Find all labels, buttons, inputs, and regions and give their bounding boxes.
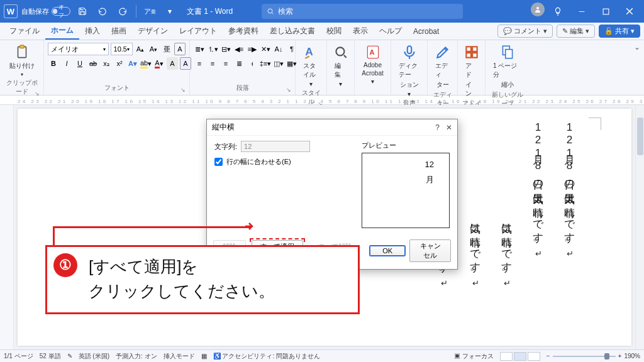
- autosave-pill[interactable]: オフ: [52, 7, 70, 16]
- comments-button[interactable]: 💬 コメント ▾: [497, 25, 553, 38]
- font-color-icon[interactable]: A▾: [153, 57, 165, 70]
- asian-layout-icon[interactable]: ✕▾: [260, 43, 271, 55]
- editing-button[interactable]: 編集▾: [331, 43, 350, 89]
- text-effects-icon[interactable]: A▾: [127, 57, 138, 70]
- zoom-control[interactable]: − + 190%: [547, 353, 640, 359]
- dialog-close-icon[interactable]: ✕: [446, 123, 452, 132]
- tab-acrobat[interactable]: Acrobat: [408, 23, 445, 40]
- status-page[interactable]: 1/1 ページ: [4, 352, 33, 361]
- indent-inc-icon[interactable]: ≡▶: [247, 43, 258, 55]
- shading-icon[interactable]: ◫▾: [273, 57, 284, 70]
- status-language[interactable]: 英語 (米国): [79, 352, 109, 361]
- scrollbar-thumb[interactable]: [637, 118, 643, 155]
- bullets-icon[interactable]: ≣▾: [194, 43, 205, 55]
- doc-line-2[interactable]: 12月18日の天気は晴れです。↵: [526, 121, 550, 259]
- bold-button[interactable]: B: [48, 57, 59, 70]
- status-wordcount[interactable]: 52 単語: [40, 352, 61, 361]
- paste-button[interactable]: 貼り付け▾: [4, 43, 40, 79]
- editor-button[interactable]: エディター: [431, 43, 453, 90]
- doc-line-3[interactable]: 気は晴れです。↵: [495, 216, 518, 288]
- grow-font-icon[interactable]: A▴: [135, 43, 146, 55]
- redo-icon[interactable]: [114, 3, 131, 19]
- ok-button[interactable]: OK: [369, 245, 406, 256]
- doc-line-1[interactable]: 12月18日の天気は晴れです。↵: [558, 121, 581, 259]
- indent-dec-icon[interactable]: ◀≡: [233, 43, 245, 55]
- status-macro-icon[interactable]: ▦: [201, 353, 207, 359]
- vertical-ruler[interactable]: [0, 105, 14, 349]
- shrink-one-page-button[interactable]: 1 ページ分縮小: [489, 43, 526, 90]
- tab-file[interactable]: ファイル: [4, 23, 45, 40]
- status-predict[interactable]: 予測入力: オン: [116, 352, 157, 361]
- dialog-titlebar[interactable]: 縦中横 ? ✕: [207, 119, 457, 136]
- web-layout-view-icon[interactable]: [528, 352, 540, 361]
- status-spellcheck-icon[interactable]: ✎: [67, 353, 72, 359]
- editing-mode-button[interactable]: ✎ 編集 ▾: [557, 25, 595, 38]
- tab-review[interactable]: 校閲: [321, 23, 347, 40]
- styles-button[interactable]: Aスタイル▾: [299, 43, 323, 89]
- highlight-color-icon[interactable]: ab▾: [140, 57, 152, 70]
- italic-button[interactable]: I: [61, 57, 72, 70]
- paragraph-launcher-icon[interactable]: ↘: [286, 87, 291, 93]
- font-size-combo[interactable]: 10.5▾: [111, 43, 133, 55]
- account-avatar[interactable]: [531, 3, 545, 16]
- qat-text-icon[interactable]: ア亜: [142, 3, 158, 19]
- clipboard-launcher-icon[interactable]: ↘: [35, 90, 40, 97]
- save-icon[interactable]: [74, 3, 91, 19]
- font-name-combo[interactable]: メイリオ▾: [48, 43, 109, 55]
- maximize-button[interactable]: [595, 3, 616, 20]
- char-shading-icon[interactable]: A: [167, 57, 178, 70]
- multilevel-icon[interactable]: ⊟▾: [220, 43, 231, 55]
- minimize-button[interactable]: ─: [571, 3, 592, 20]
- strike-button[interactable]: ab: [87, 57, 99, 70]
- align-center-icon[interactable]: ≡: [207, 57, 218, 70]
- print-layout-view-icon[interactable]: [514, 352, 526, 361]
- addin-button[interactable]: アドイン: [462, 43, 481, 99]
- cancel-button[interactable]: キャンセル: [409, 239, 451, 262]
- status-accessibility[interactable]: ♿ アクセシビリティ: 問題ありません: [213, 352, 320, 361]
- line-spacing-icon[interactable]: ‡≡▾: [260, 57, 271, 70]
- zoom-in-icon[interactable]: +: [618, 353, 622, 359]
- subscript-button[interactable]: x₂: [101, 57, 112, 70]
- vertical-scrollbar[interactable]: [635, 105, 644, 349]
- tab-view[interactable]: 表示: [347, 23, 374, 40]
- fit-line-checkbox[interactable]: [214, 158, 223, 166]
- align-right-icon[interactable]: ≡: [220, 57, 231, 70]
- zoom-percent[interactable]: 190%: [624, 353, 640, 359]
- read-mode-view-icon[interactable]: [500, 352, 513, 361]
- tab-design[interactable]: デザイン: [132, 23, 174, 40]
- underline-button[interactable]: U: [74, 57, 86, 70]
- focus-mode-button[interactable]: ▣ フォーカス: [454, 352, 494, 361]
- zoom-slider[interactable]: [553, 356, 616, 357]
- close-button[interactable]: [619, 3, 640, 20]
- dialog-help-icon[interactable]: ?: [435, 123, 440, 132]
- help-lightbulb-icon[interactable]: [547, 3, 569, 20]
- tab-insert[interactable]: 挿入: [79, 23, 106, 40]
- tab-help[interactable]: ヘルプ: [374, 23, 408, 40]
- autosave-toggle[interactable]: 自動保存 オフ: [21, 7, 70, 16]
- search-box[interactable]: 検索: [262, 4, 463, 19]
- char-border-icon[interactable]: A: [174, 43, 186, 55]
- doc-line-4[interactable]: 気は晴れです。↵: [464, 216, 487, 288]
- align-left-icon[interactable]: ≡: [194, 57, 205, 70]
- tab-references[interactable]: 参考資料: [223, 23, 264, 40]
- undo-icon[interactable]: [94, 3, 111, 19]
- acrobat-button[interactable]: AAdobeAcrobat▾: [358, 43, 387, 86]
- status-insert-mode[interactable]: 挿入モード: [164, 352, 195, 361]
- distribute-icon[interactable]: ⫞: [247, 57, 258, 70]
- qat-dropdown-icon[interactable]: ▾: [162, 3, 178, 19]
- numbering-icon[interactable]: ⒈▾: [207, 43, 218, 55]
- tab-draw[interactable]: 描画: [106, 23, 132, 40]
- tab-mailmerge[interactable]: 差し込み文書: [264, 23, 321, 40]
- zoom-out-icon[interactable]: −: [547, 353, 550, 359]
- tab-home[interactable]: ホーム: [45, 23, 79, 40]
- ribbon-collapse-icon[interactable]: ⌄: [630, 40, 644, 95]
- sort-icon[interactable]: A↓: [273, 43, 284, 55]
- justify-icon[interactable]: ≣: [233, 57, 245, 70]
- share-button[interactable]: 🔓 共有 ▾: [599, 25, 640, 38]
- phonetic-guide-icon[interactable]: 亜: [161, 43, 172, 55]
- superscript-button[interactable]: x²: [114, 57, 125, 70]
- shrink-font-icon[interactable]: A▾: [148, 43, 159, 55]
- dictation-button[interactable]: ディクテーション▾: [395, 43, 423, 99]
- tab-layout[interactable]: レイアウト: [174, 23, 223, 40]
- font-launcher-icon[interactable]: ↘: [180, 87, 186, 93]
